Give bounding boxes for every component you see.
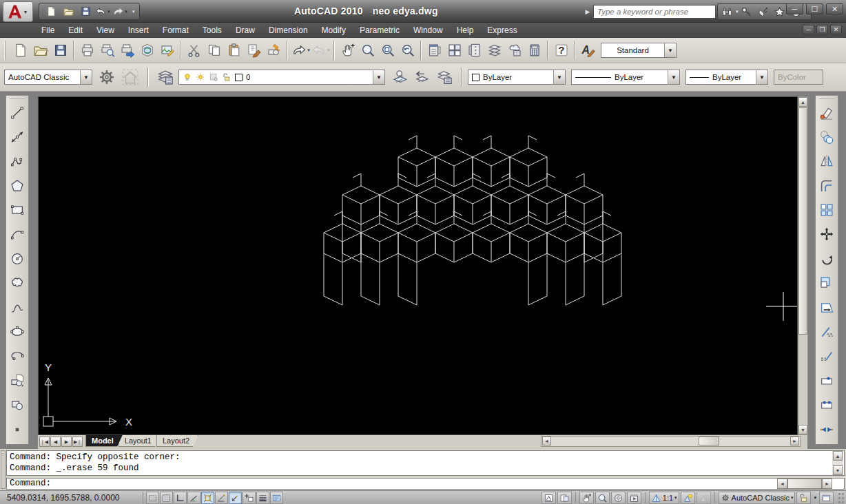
toolbar-lock-button[interactable]	[796, 492, 811, 504]
scroll-right-button[interactable]: ►	[822, 479, 832, 489]
redo-button[interactable]: ▾	[291, 41, 311, 61]
menu-parametric[interactable]: Parametric	[353, 23, 406, 37]
toolbar-grip[interactable]	[819, 98, 834, 101]
tab-model[interactable]: Model	[85, 435, 123, 447]
designcenter-button[interactable]	[444, 41, 464, 61]
command-input[interactable]: Command:	[6, 478, 845, 490]
clean-screen-button[interactable]	[819, 492, 834, 504]
qp-button[interactable]	[270, 492, 283, 504]
menu-edit[interactable]: Edit	[61, 23, 90, 37]
cut-button[interactable]	[184, 41, 204, 61]
workspace-combo[interactable]: AutoCAD Classic ▼	[4, 70, 92, 85]
menu-help[interactable]: Help	[450, 23, 481, 37]
search-button[interactable]	[719, 4, 736, 19]
drawing-canvas[interactable]: Y X	[38, 96, 798, 435]
zoom-previous-button[interactable]	[398, 41, 417, 61]
ducs-button[interactable]	[229, 492, 242, 504]
toolbar-grip[interactable]	[4, 41, 8, 60]
make-block-button[interactable]	[8, 395, 27, 414]
show-motion-button[interactable]	[627, 492, 641, 504]
menu-format[interactable]: Format	[156, 23, 196, 37]
revcloud-button[interactable]	[8, 273, 27, 293]
redo-button[interactable]: ▾	[112, 4, 127, 19]
construction-line-button[interactable]	[8, 127, 27, 147]
hscroll-thumb[interactable]	[699, 437, 719, 445]
quick-view-layouts-button[interactable]	[557, 492, 572, 504]
break-button[interactable]	[817, 395, 836, 414]
menu-view[interactable]: View	[90, 23, 121, 37]
auto-annotation-scale-button[interactable]	[697, 492, 711, 504]
prev-tab-button[interactable]: ◀	[50, 437, 61, 447]
copy-button[interactable]	[817, 127, 836, 147]
communication-center-button[interactable]	[754, 4, 771, 19]
thumb[interactable]	[787, 479, 822, 489]
horizontal-scrollbar[interactable]: ◄ ►	[541, 436, 801, 447]
ortho-button[interactable]	[174, 492, 187, 504]
menu-express[interactable]: Express	[480, 23, 524, 37]
text-style-combo[interactable]: Standard ▼	[601, 43, 677, 58]
extend-button[interactable]	[817, 346, 836, 366]
menu-insert[interactable]: Insert	[121, 23, 156, 37]
zoom-realtime-button[interactable]	[358, 41, 378, 61]
save-button[interactable]	[78, 4, 93, 19]
annotation-scale-button[interactable]: 1:1▾	[649, 492, 679, 504]
freeze-viewport-icon[interactable]	[209, 72, 218, 82]
layer-states-button[interactable]	[433, 66, 455, 88]
toolbar-grip[interactable]	[10, 98, 25, 101]
scale-button[interactable]	[817, 273, 836, 293]
maximize-button[interactable]: ☐	[806, 3, 823, 14]
pan-button[interactable]	[579, 492, 594, 504]
scroll-left-button[interactable]: ◄	[542, 437, 551, 445]
chevron-down-icon[interactable]: ▼	[373, 70, 384, 84]
favorites-button[interactable]	[771, 4, 787, 19]
my-workspace-button[interactable]	[118, 65, 142, 89]
save-button[interactable]	[50, 41, 70, 61]
trim-button[interactable]	[817, 322, 836, 342]
move-button[interactable]	[817, 224, 836, 244]
join-button[interactable]	[817, 420, 836, 439]
quickcalc-button[interactable]	[524, 41, 544, 61]
unlock-icon[interactable]	[222, 72, 231, 82]
ellipse-arc-button[interactable]	[8, 346, 27, 366]
scroll-right-button[interactable]: ►	[790, 437, 799, 445]
paste-button[interactable]	[224, 41, 244, 61]
color-combo[interactable]: ByLayer ▼	[468, 70, 566, 85]
stretch-button[interactable]	[817, 298, 836, 317]
command-window-grip[interactable]	[1, 450, 6, 489]
qnew-button[interactable]	[43, 4, 59, 19]
menu-window[interactable]: Window	[406, 23, 450, 37]
minimize-button[interactable]: ─	[786, 3, 803, 14]
make-object-layer-current-button[interactable]	[389, 66, 411, 88]
sheetset-manager-button[interactable]	[484, 41, 504, 61]
offset-button[interactable]	[817, 176, 836, 196]
polygon-button[interactable]	[8, 176, 27, 196]
plot-preview-button[interactable]	[97, 41, 117, 61]
tab-layout2[interactable]: Layout2	[156, 435, 198, 447]
properties-button[interactable]	[424, 41, 444, 61]
model-space-button[interactable]	[541, 492, 556, 504]
vscroll-thumb[interactable]	[798, 107, 807, 335]
copy-clip-button[interactable]	[204, 41, 224, 61]
layer-previous-button[interactable]	[411, 66, 433, 88]
command-input-scrollbar[interactable]: ◄ ►	[777, 479, 843, 489]
search-input[interactable]	[593, 5, 716, 19]
tab-layout1[interactable]: Layout1	[118, 435, 161, 447]
command-history-scrollbar[interactable]: ▲ ▼	[832, 451, 843, 475]
steering-wheel-button[interactable]	[611, 492, 626, 504]
scroll-down-button[interactable]: ▼	[798, 425, 807, 434]
match-properties-button[interactable]	[244, 41, 264, 61]
doc-minimize-button[interactable]: ─	[803, 25, 814, 34]
dyn-button[interactable]	[243, 492, 256, 504]
first-tab-button[interactable]: ❘◀	[39, 437, 50, 447]
markup-button[interactable]	[157, 41, 177, 61]
close-button[interactable]: ✕	[826, 3, 843, 14]
text-style-button[interactable]: A	[578, 41, 598, 61]
rectangle-button[interactable]	[8, 200, 27, 220]
menu-draw[interactable]: Draw	[229, 23, 262, 37]
zoom-button[interactable]	[595, 492, 610, 504]
qnew-button[interactable]	[10, 41, 30, 61]
mirror-button[interactable]	[817, 151, 836, 171]
sun-icon[interactable]	[196, 72, 205, 82]
menu-dimension[interactable]: Dimension	[262, 23, 315, 37]
erase-button[interactable]	[817, 103, 836, 123]
